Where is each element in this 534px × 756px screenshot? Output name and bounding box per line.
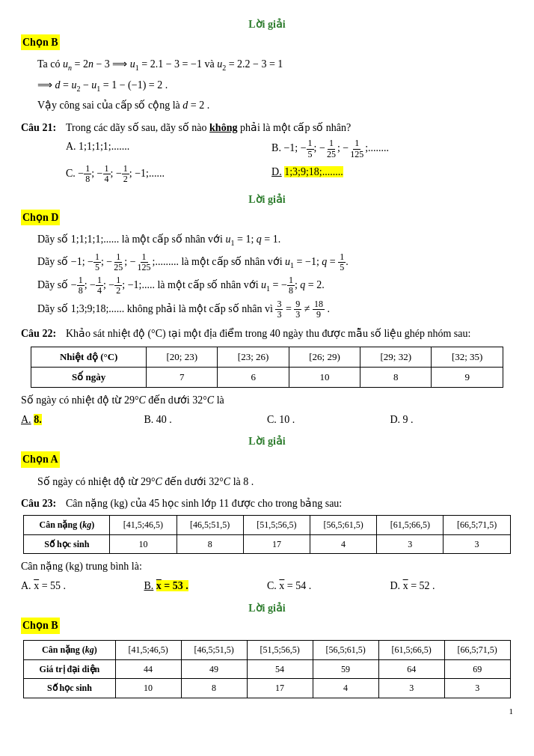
q22-option-B: B. 40 . bbox=[144, 412, 268, 428]
q22-label: Câu 22: bbox=[21, 326, 66, 342]
q22-text: Khảo sát nhiệt độ (°C) tại một địa điểm … bbox=[66, 326, 513, 342]
q23-option-D: D. x = 52 . bbox=[390, 578, 514, 594]
q22-header: Câu 22: Khảo sát nhiệt độ (°C) tại một đ… bbox=[21, 326, 513, 342]
chosen-a-label: Chọn A bbox=[21, 451, 60, 468]
solution-title-4: Lời giải bbox=[21, 600, 513, 617]
chosen-b2-section: Chọn B bbox=[21, 618, 513, 634]
q23-question: Cân nặng (kg) trung bình là: bbox=[21, 558, 513, 575]
q23-options: A. x = 55 . B. x = 53 . C. x = 54 . D. x… bbox=[21, 578, 513, 594]
q20-solution: Ta có un = 2n − 3 ⟹ u1 = 2.1 − 3 = −1 và… bbox=[37, 56, 513, 113]
q22-table: Nhiệt độ (°C) [20; 23) [23; 26) [26; 29)… bbox=[31, 347, 503, 388]
chosen-b2-label: Chọn B bbox=[21, 618, 60, 634]
q23-option-A: A. x = 55 . bbox=[21, 578, 144, 594]
q20-concl: Vậy công sai của cấp số cộng là d = 2 . bbox=[37, 97, 513, 114]
solution-title-2: Lời giải bbox=[21, 192, 513, 208]
q23-text: Cân nặng (kg) của 45 học sinh lớp 11 đượ… bbox=[66, 496, 513, 512]
sol21-section: Dãy số 1;1;1;1;...... là một cấp số nhân… bbox=[37, 231, 513, 319]
q22-option-A: A. 8. bbox=[21, 412, 144, 428]
sol23-table: Cân nặng (kg) [41,5;46,5) [46,5;51,5) [5… bbox=[23, 640, 510, 698]
q23-table: Cân nặng (kg) [41,5;46,5) [46,5;51,5) [5… bbox=[23, 515, 510, 554]
q23-label: Câu 23: bbox=[21, 496, 66, 512]
q21-section: Câu 21: Trong các dãy số sau, dãy số nào… bbox=[21, 120, 513, 186]
q22-option-C: C. 10 . bbox=[267, 412, 390, 428]
page-number: 1 bbox=[509, 705, 514, 718]
solution-title-3: Lời giải bbox=[21, 433, 513, 450]
q21-text: Trong các dãy số sau, dãy số nào không p… bbox=[66, 120, 513, 136]
q20-line1: Ta có un = 2n − 3 ⟹ u1 = 2.1 − 3 = −1 và… bbox=[37, 56, 513, 73]
sol21-line1: Dãy số 1;1;1;1;...... là một cấp số nhân… bbox=[37, 231, 513, 249]
q21-option-B: B. −1; −15; −125; −1125;........ bbox=[271, 138, 495, 159]
chosen-a-section: Chọn A bbox=[21, 451, 513, 468]
solution-title: Lời giải bbox=[21, 16, 513, 33]
chosen-d-section: Chọn D bbox=[21, 210, 513, 226]
q21-options: A. 1;1;1;1;....... B. −1; −15; −125; −11… bbox=[66, 138, 513, 186]
page-num-container: 1 bbox=[21, 703, 513, 718]
q21-option-D: D. 1;3;9;18;........ bbox=[271, 164, 495, 184]
q20-line2: ⟹ d = u2 − u1 = 1 − (−1) = 2 . bbox=[37, 77, 513, 94]
sol22: Số ngày có nhiệt độ từ 29°C đến dưới 32°… bbox=[37, 474, 513, 490]
q23-option-C: C. x = 54 . bbox=[267, 578, 390, 594]
sol21-line3: Dãy số −18; −14; −12; −1;..... là một cấ… bbox=[37, 275, 513, 296]
sol21-line2: Dãy số −1; −15; −125; −1125;......... là… bbox=[37, 252, 513, 272]
q22-option-D: D. 9 . bbox=[390, 412, 514, 428]
q21-label: Câu 21: bbox=[21, 120, 66, 136]
q21-header: Câu 21: Trong các dãy số sau, dãy số nào… bbox=[21, 120, 513, 136]
chosen-d-label: Chọn D bbox=[21, 210, 60, 226]
q22-options: A. 8. B. 40 . C. 10 . D. 9 . bbox=[21, 412, 513, 428]
sol21-line4: Dãy số 1;3;9;18;...... không phải là một… bbox=[37, 299, 513, 320]
q21-option-C: C. −18; −14; −12; −1;...... bbox=[66, 164, 271, 184]
q22-question: Số ngày có nhiệt độ từ 29°C đến dưới 32°… bbox=[21, 392, 513, 409]
chosen-b-section: Chọn B bbox=[21, 34, 513, 51]
q23-section: Câu 23: Cân nặng (kg) của 45 học sinh lớ… bbox=[21, 496, 513, 594]
q22-section: Câu 22: Khảo sát nhiệt độ (°C) tại một đ… bbox=[21, 326, 513, 427]
q21-option-A: A. 1;1;1;1;....... bbox=[66, 138, 271, 159]
chosen-b-label: Chọn B bbox=[21, 34, 60, 51]
q23-option-B: B. x = 53 . bbox=[144, 578, 268, 594]
q23-header: Câu 23: Cân nặng (kg) của 45 học sinh lớ… bbox=[21, 496, 513, 512]
